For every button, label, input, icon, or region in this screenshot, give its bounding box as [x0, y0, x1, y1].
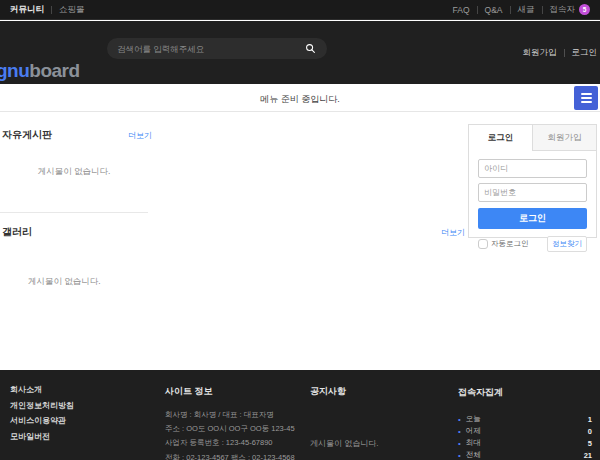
empty-message-free-board: 게시물이 없습니다.: [0, 166, 148, 178]
community-link[interactable]: 커뮤니티: [10, 4, 44, 16]
find-info-button[interactable]: 정보찾기: [547, 236, 587, 252]
footer-links: 회사소개 개인정보처리방침 서비스이용약관 모바일버전: [10, 384, 74, 446]
footer-notice: 공지사항 게시물이 없습니다.: [310, 385, 440, 449]
auto-login-option[interactable]: 자동로그인: [478, 239, 529, 249]
login-submit-button[interactable]: 로그인: [478, 208, 587, 229]
site-header: gnuboard 회원가입 로그인: [0, 21, 600, 84]
site-info-line: 회사명 : 회사명 / 대표 : 대표자명: [165, 410, 310, 420]
divider: [477, 6, 478, 14]
tab-login[interactable]: 로그인: [469, 125, 532, 151]
auth-links: 회원가입 로그인: [523, 47, 598, 59]
divider: [564, 49, 565, 57]
visitor-stat-row-yesterday: • 어제 0: [458, 425, 592, 437]
footer-site-info: 사이트 정보 회사명 : 회사명 / 대표 : 대표자명 주소 : OO도 OO…: [165, 385, 310, 460]
notice-empty-message: 게시물이 없습니다.: [310, 438, 440, 449]
login-widget-tabs: 로그인 회원가입: [469, 125, 596, 151]
qna-link[interactable]: Q&A: [485, 5, 503, 15]
faq-link[interactable]: FAQ: [453, 5, 470, 15]
bullet-icon: •: [458, 451, 461, 460]
visitors-link[interactable]: 접속자: [550, 4, 576, 16]
site-info-title: 사이트 정보: [165, 385, 310, 398]
login-link[interactable]: 로그인: [572, 47, 598, 59]
bullet-icon: •: [458, 427, 461, 436]
logo-text-gnu: gnu: [0, 60, 29, 81]
footer-link-company[interactable]: 회사소개: [10, 384, 74, 395]
visitor-stat-row-total: • 전체 21: [458, 449, 592, 460]
top-utility-bar: 커뮤니티 쇼핑몰 FAQ Q&A 새글 접속자 5: [0, 0, 600, 20]
login-widget: 로그인 회원가입 로그인 자동로그인 정보찾기: [468, 124, 597, 238]
tab-signup[interactable]: 회원가입: [532, 125, 596, 151]
menu-bar: 메뉴 준비 중입니다.: [0, 84, 600, 112]
more-link-gallery[interactable]: 더보기: [441, 227, 465, 238]
shop-link[interactable]: 쇼핑몰: [59, 4, 85, 16]
notice-title: 공지사항: [310, 385, 440, 398]
login-form: 로그인 자동로그인 정보찾기: [469, 151, 596, 252]
topbar-right-links: FAQ Q&A 새글 접속자 5: [453, 4, 590, 16]
new-posts-link[interactable]: 새글: [518, 4, 535, 16]
board-section-title-gallery: 갤러리: [2, 225, 32, 239]
bullet-icon: •: [458, 439, 461, 448]
board-section-title-free: 자유게시판: [2, 128, 52, 142]
login-id-field[interactable]: [478, 159, 587, 178]
visitor-count-badge: 5: [579, 4, 590, 15]
main-content: 자유게시판 더보기 게시물이 없습니다. 갤러리 더보기 게시물이 없습니다. …: [0, 112, 600, 370]
hamburger-icon: [581, 93, 592, 95]
visitor-stat-row-max: • 최대 5: [458, 437, 592, 449]
logo-text-board: board: [29, 60, 79, 81]
footer-link-mobile[interactable]: 모바일버전: [10, 431, 74, 442]
search-input[interactable]: [117, 44, 305, 54]
site-info-line: 사업자 등록번호 : 123-45-67890: [165, 438, 310, 448]
footer-link-privacy[interactable]: 개인정보처리방침: [10, 400, 74, 411]
signup-link[interactable]: 회원가입: [523, 47, 557, 59]
site-footer: 회사소개 개인정보처리방침 서비스이용약관 모바일버전 사이트 정보 회사명 :…: [0, 370, 600, 460]
site-info-line: 주소 : OO도 OO시 OO구 OO동 123-45: [165, 424, 310, 434]
bullet-icon: •: [458, 415, 461, 424]
search-icon[interactable]: [305, 43, 317, 55]
divider: [51, 6, 52, 14]
visitor-stats-title: 접속자집계: [458, 386, 592, 399]
footer-link-terms[interactable]: 서비스이용약관: [10, 415, 74, 426]
divider: [510, 6, 511, 14]
auto-login-checkbox[interactable]: [478, 239, 488, 249]
more-link-free-board[interactable]: 더보기: [128, 130, 152, 141]
visitor-stat-row-today: • 오늘 1: [458, 413, 592, 425]
hamburger-menu-button[interactable]: [574, 86, 598, 110]
divider: [542, 6, 543, 14]
menu-placeholder-message: 메뉴 준비 중입니다.: [0, 93, 600, 106]
auto-login-label: 자동로그인: [491, 239, 529, 249]
footer-visitor-stats: 접속자집계 • 오늘 1 • 어제 0 • 최대 5 • 전체 21: [458, 386, 592, 460]
site-info-line: 전화 : 02-123-4567 팩스 : 02-123-4568: [165, 453, 310, 460]
section-divider: [0, 212, 148, 213]
site-logo[interactable]: gnuboard: [0, 60, 80, 82]
login-password-field[interactable]: [478, 183, 587, 202]
search-bar: [107, 38, 327, 59]
topbar-left-links: 커뮤니티 쇼핑몰: [10, 4, 85, 16]
empty-message-gallery: 게시물이 없습니다.: [28, 276, 101, 288]
